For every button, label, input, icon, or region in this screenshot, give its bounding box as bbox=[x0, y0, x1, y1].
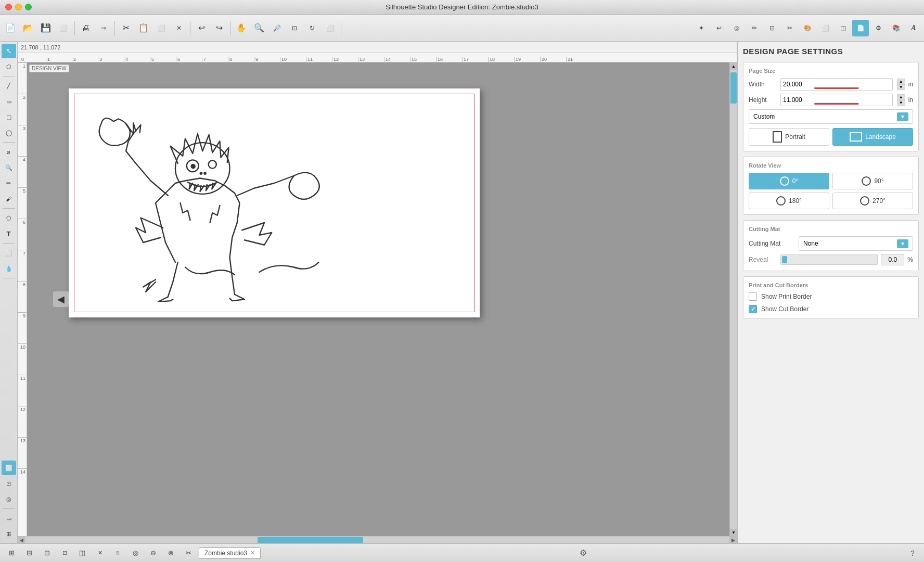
scroll-up-arrow[interactable]: ▲ bbox=[730, 62, 737, 70]
zoom-out-button[interactable]: 🔎 bbox=[268, 20, 285, 36]
page-settings-icon[interactable]: 📄 bbox=[852, 20, 869, 36]
tab-close-button[interactable]: ✕ bbox=[250, 550, 255, 556]
cut-settings-icon[interactable]: ⚙ bbox=[870, 20, 887, 36]
weld-icon[interactable]: ◎ bbox=[728, 20, 745, 36]
knife-tool[interactable]: ⌀ bbox=[2, 145, 16, 159]
status-subtract[interactable]: ⊖ bbox=[146, 546, 160, 560]
scroll-left-arrow[interactable]: ◀ bbox=[18, 537, 25, 544]
scroll-arrow-left[interactable]: ◀ bbox=[53, 291, 69, 307]
view-design-btn[interactable]: ⬜ bbox=[2, 461, 16, 475]
portrait-button[interactable]: Portrait bbox=[749, 128, 829, 146]
width-spin-up[interactable]: ▲ bbox=[897, 79, 905, 84]
view-page-btn[interactable]: ▭ bbox=[2, 511, 16, 526]
status-knife[interactable]: ✂ bbox=[181, 546, 196, 560]
hscroll-thumb[interactable] bbox=[258, 537, 363, 543]
rotate-270-button[interactable]: 270° bbox=[832, 193, 913, 209]
status-group[interactable]: ⊡ bbox=[40, 546, 54, 560]
node-tool[interactable]: ⬡ bbox=[2, 59, 16, 74]
outline-icon[interactable]: ⬜ bbox=[817, 20, 833, 36]
view-studio-btn[interactable]: ◎ bbox=[2, 492, 16, 506]
toolbar-separator-5 bbox=[341, 21, 341, 35]
shadow-icon[interactable]: ◫ bbox=[835, 20, 851, 36]
print-button[interactable]: 🖨 bbox=[78, 20, 94, 36]
zoom-fit-button[interactable]: ⊡ bbox=[286, 20, 303, 36]
line-tool[interactable]: ╱ bbox=[2, 79, 16, 93]
status-intersect[interactable]: ⊗ bbox=[163, 546, 178, 560]
rotate-cw-button[interactable]: ↻ bbox=[304, 20, 320, 36]
new-button[interactable]: 📄 bbox=[2, 20, 19, 36]
status-replicate[interactable]: ◫ bbox=[75, 546, 89, 560]
paint-tool[interactable]: 🖌 bbox=[2, 191, 16, 206]
select-tool[interactable]: ↖ bbox=[2, 44, 16, 58]
tool-separator-2 bbox=[3, 142, 15, 143]
status-delete-sel[interactable]: ✕ bbox=[93, 546, 107, 560]
rounded-rect-tool[interactable]: ▢ bbox=[2, 110, 16, 124]
dropper-tool[interactable]: 💧 bbox=[2, 261, 16, 276]
width-spin-down[interactable]: ▼ bbox=[897, 84, 905, 90]
copy-button[interactable]: 📋 bbox=[135, 20, 152, 36]
polygon-tool[interactable]: ⬠ bbox=[2, 211, 16, 225]
hand-button[interactable]: ✋ bbox=[233, 20, 250, 36]
send-button[interactable]: ⇒ bbox=[95, 20, 112, 36]
ruler-mark-18: 18 bbox=[488, 57, 514, 62]
text2-icon[interactable]: A bbox=[905, 20, 922, 36]
ruler-v-14: 14 bbox=[18, 468, 27, 500]
preset-dropdown[interactable]: Custom ▼ bbox=[749, 109, 913, 124]
delete-button[interactable]: ✕ bbox=[171, 20, 187, 36]
cut-button[interactable]: ✂ bbox=[118, 20, 134, 36]
pencil-tool[interactable]: ✏ bbox=[2, 176, 16, 190]
eraser-tool[interactable]: ⬜ bbox=[2, 246, 16, 260]
view-grid-btn[interactable]: ⊞ bbox=[2, 527, 16, 541]
zoom-tool[interactable]: 🔍 bbox=[2, 160, 16, 175]
cutting-mat-dropdown[interactable]: None ▼ bbox=[799, 236, 913, 251]
pencil2-icon[interactable]: ✏ bbox=[746, 20, 763, 36]
rotate-0-button[interactable]: 0° bbox=[749, 173, 829, 189]
undo-button[interactable]: ↩ bbox=[193, 20, 210, 36]
maximize-button[interactable] bbox=[25, 4, 32, 10]
zoom-in-button[interactable]: 🔍 bbox=[251, 20, 267, 36]
show-cut-border-checkbox[interactable]: ✓ bbox=[749, 305, 757, 313]
scroll-right-arrow[interactable]: ▶ bbox=[729, 537, 737, 544]
status-ungroup[interactable]: ⊡ bbox=[57, 546, 72, 560]
canvas-viewport[interactable]: DESIGN VIEW ◀ bbox=[27, 62, 737, 536]
show-print-border-checkbox[interactable] bbox=[749, 292, 757, 301]
vscroll-thumb[interactable] bbox=[730, 72, 737, 104]
ruler-v-4: 4 bbox=[18, 156, 27, 187]
minimize-button[interactable] bbox=[15, 4, 22, 10]
save-button[interactable]: 💾 bbox=[37, 20, 54, 36]
rotate-180-button[interactable]: 180° bbox=[749, 193, 829, 209]
width-label: Width bbox=[749, 81, 777, 88]
status-snap-guide[interactable]: ⊟ bbox=[22, 546, 36, 560]
status-weld[interactable]: ◎ bbox=[128, 546, 143, 560]
undo2-icon[interactable]: ↩ bbox=[711, 20, 727, 36]
paste-button[interactable]: ⬜ bbox=[153, 20, 170, 36]
landscape-button[interactable]: Landscape bbox=[832, 128, 913, 146]
scroll-down-arrow[interactable]: ▼ bbox=[730, 529, 737, 536]
knife2-icon[interactable]: ✂ bbox=[781, 20, 798, 36]
fill-icon[interactable]: 🎨 bbox=[799, 20, 816, 36]
text-tool[interactable]: T bbox=[2, 226, 16, 241]
ellipse-tool[interactable]: ◯ bbox=[2, 125, 16, 140]
close-button[interactable] bbox=[5, 4, 12, 10]
height-spin-up[interactable]: ▲ bbox=[897, 94, 905, 100]
canvas-vscrollbar[interactable]: ▲ ▼ bbox=[729, 62, 737, 536]
height-spin-down[interactable]: ▼ bbox=[897, 100, 905, 106]
flip-button[interactable]: ⬜ bbox=[322, 20, 338, 36]
align-icon[interactable]: ✦ bbox=[693, 20, 710, 36]
status-snap-grid[interactable]: ⊞ bbox=[4, 546, 19, 560]
width-input[interactable] bbox=[783, 81, 890, 88]
saveas-button[interactable]: ⬜ bbox=[55, 20, 72, 36]
redo-button[interactable]: ↪ bbox=[211, 20, 227, 36]
rect-tool[interactable]: ▭ bbox=[2, 94, 16, 109]
open-button[interactable]: 📂 bbox=[20, 20, 36, 36]
replicate-icon[interactable]: ⊡ bbox=[764, 20, 780, 36]
height-input[interactable] bbox=[783, 96, 890, 104]
settings-button[interactable]: ⚙ bbox=[576, 546, 591, 560]
reveal-slider[interactable] bbox=[780, 254, 878, 265]
view-3d-btn[interactable]: ⊡ bbox=[2, 476, 16, 491]
library-icon[interactable]: 📚 bbox=[888, 20, 904, 36]
rotate-90-button[interactable]: 90° bbox=[832, 173, 913, 189]
cutting-mat-value: None bbox=[803, 240, 818, 247]
help-button[interactable]: ? bbox=[905, 546, 920, 560]
status-align[interactable]: ≡ bbox=[110, 546, 125, 560]
